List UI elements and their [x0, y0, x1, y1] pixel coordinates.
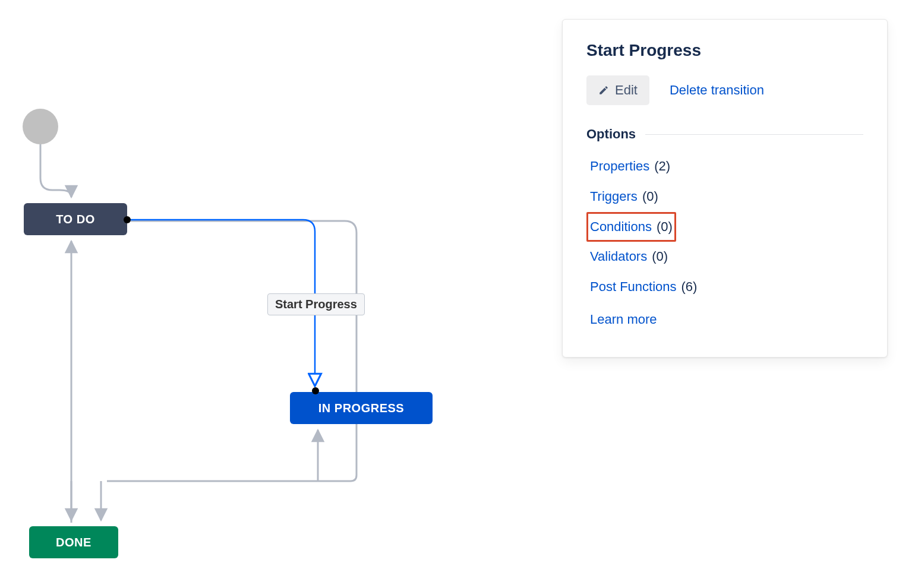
- option-link: Validators: [590, 248, 647, 266]
- option-count: (2): [654, 157, 670, 176]
- status-node-label: DONE: [56, 536, 91, 549]
- status-node-todo[interactable]: TO DO: [24, 203, 127, 235]
- option-count: (6): [681, 278, 698, 296]
- delete-transition-link[interactable]: Delete transition: [670, 83, 764, 98]
- status-node-done[interactable]: DONE: [29, 526, 118, 558]
- option-link: Triggers: [590, 188, 638, 206]
- transition-label-text: Start Progress: [275, 298, 357, 311]
- pencil-icon: [598, 85, 609, 96]
- transition-label-start-progress[interactable]: Start Progress: [267, 293, 365, 315]
- workflow-diagram: TO DO IN PROGRESS DONE Start Progress: [0, 0, 535, 588]
- option-link: Post Functions: [590, 278, 677, 296]
- status-node-inprogress[interactable]: IN PROGRESS: [290, 392, 433, 424]
- options-list: Properties (2) Triggers (0) Conditions (…: [586, 151, 863, 302]
- option-properties[interactable]: Properties (2): [586, 151, 863, 182]
- options-header-rule: [645, 134, 863, 135]
- connector-dot: [124, 216, 131, 223]
- transition-details-panel: Start Progress Edit Delete transition Op…: [562, 19, 888, 358]
- option-validators[interactable]: Validators (0): [586, 242, 863, 272]
- learn-more-row: Learn more: [586, 308, 863, 331]
- panel-actions: Edit Delete transition: [586, 75, 863, 105]
- option-post-functions[interactable]: Post Functions (6): [586, 272, 863, 302]
- status-node-label: TO DO: [56, 213, 94, 226]
- status-node-label: IN PROGRESS: [318, 402, 404, 415]
- workflow-start-node[interactable]: [23, 109, 58, 144]
- edit-button[interactable]: Edit: [586, 75, 649, 105]
- options-header-label: Options: [586, 127, 636, 142]
- option-count: (0): [657, 218, 673, 236]
- option-count: (0): [642, 188, 658, 206]
- learn-more-link[interactable]: Learn more: [590, 312, 657, 327]
- option-count: (0): [652, 248, 668, 266]
- edit-button-label: Edit: [615, 83, 638, 98]
- option-link: Properties: [590, 157, 649, 176]
- options-header: Options: [586, 127, 863, 142]
- panel-title: Start Progress: [586, 41, 863, 60]
- option-link: Conditions: [590, 218, 652, 236]
- option-triggers[interactable]: Triggers (0): [586, 182, 863, 212]
- connector-dot: [312, 387, 319, 394]
- option-conditions[interactable]: Conditions (0): [586, 212, 676, 242]
